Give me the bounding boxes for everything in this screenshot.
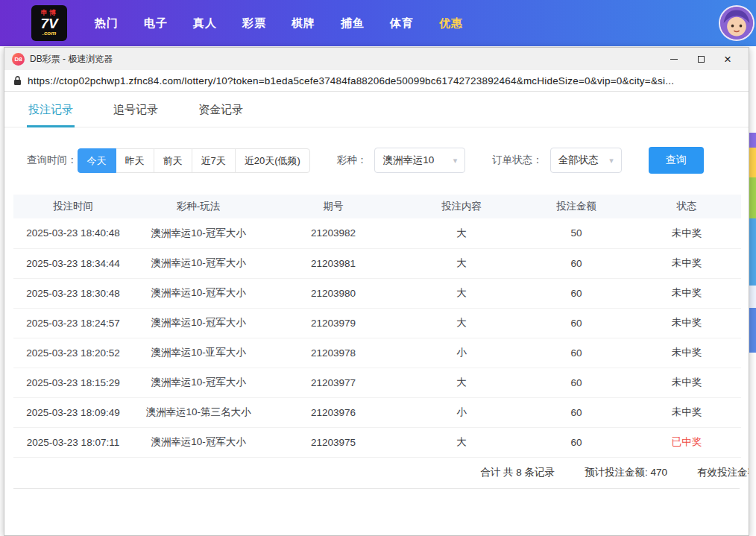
cell-bet-amount: 60 bbox=[520, 427, 632, 457]
cell-issue-number: 21203975 bbox=[264, 427, 403, 457]
close-button[interactable]: × bbox=[714, 48, 741, 70]
cell-bet-content: 大 bbox=[403, 308, 520, 338]
cell-bet-time: 2025-03-23 18:09:49 bbox=[13, 397, 133, 427]
total-records-text: 合计 共 8 条记录 bbox=[480, 466, 555, 479]
column-header: 期号 bbox=[264, 195, 403, 218]
cell-issue-number: 21203982 bbox=[264, 218, 403, 248]
cell-bet-content: 大 bbox=[403, 368, 520, 397]
record-tab[interactable]: 投注记录 bbox=[27, 92, 75, 127]
minimize-icon bbox=[670, 59, 678, 60]
nav-item[interactable]: 优惠 bbox=[426, 9, 476, 38]
logo-com-text: .com bbox=[42, 31, 57, 37]
table-row: 2025-03-23 18:15:29 澳洲幸运10-冠军大小 21203977… bbox=[13, 368, 741, 397]
order-status-select[interactable]: 全部状态 ▾ bbox=[550, 148, 622, 173]
time-range-option[interactable]: 前天 bbox=[154, 148, 192, 173]
cell-issue-number: 21203980 bbox=[264, 278, 403, 308]
cell-status: 未中奖 bbox=[632, 308, 741, 338]
query-button[interactable]: 查询 bbox=[649, 147, 704, 174]
cell-status: 已中奖 bbox=[632, 427, 741, 457]
lock-icon bbox=[13, 75, 22, 86]
cell-status: 未中奖 bbox=[632, 338, 741, 368]
window-title-bar: D8 DB彩票 - 极速浏览器 × bbox=[4, 48, 749, 70]
cell-game-play: 澳洲幸运10-冠军大小 bbox=[133, 218, 264, 248]
column-header: 状态 bbox=[632, 195, 741, 218]
cell-game-play: 澳洲幸运10-冠军大小 bbox=[133, 278, 264, 308]
summary-bar: 合计 共 8 条记录 预计投注金额: 470 有效投注金额 bbox=[13, 458, 740, 489]
window-controls: × bbox=[661, 48, 741, 70]
window-title: DB彩票 - 极速浏览器 bbox=[30, 53, 113, 66]
site-top-nav: 申博 7V .com 热门电子真人彩票棋牌捕鱼体育优惠 bbox=[0, 0, 756, 46]
cell-game-play: 澳洲幸运10-冠军大小 bbox=[133, 427, 264, 457]
time-filter-label: 查询时间： bbox=[27, 154, 78, 167]
column-header: 彩种-玩法 bbox=[133, 195, 264, 218]
avatar-illustration bbox=[720, 7, 753, 40]
site-logo[interactable]: 申博 7V .com bbox=[31, 5, 67, 41]
time-range-option[interactable]: 今天 bbox=[78, 148, 116, 173]
nav-item[interactable]: 捕鱼 bbox=[328, 9, 377, 38]
cell-status: 未中奖 bbox=[632, 248, 741, 278]
table-row: 2025-03-23 18:30:48 澳洲幸运10-冠军大小 21203980… bbox=[13, 278, 741, 308]
nav-item[interactable]: 电子 bbox=[131, 9, 180, 38]
cell-status: 未中奖 bbox=[632, 368, 741, 397]
record-tab[interactable]: 资金记录 bbox=[197, 92, 245, 127]
cell-game-play: 澳洲幸运10-第三名大小 bbox=[133, 397, 264, 427]
site-nav-menu: 热门电子真人彩票棋牌捕鱼体育优惠 bbox=[82, 9, 476, 38]
address-bar[interactable]: https://ctop02pchwp1.zfnc84.com/lottery/… bbox=[4, 70, 749, 92]
cell-bet-content: 小 bbox=[403, 338, 520, 368]
cell-issue-number: 21203977 bbox=[264, 368, 403, 397]
url-text[interactable]: https://ctop02pchwp1.zfnc84.com/lottery/… bbox=[28, 75, 674, 86]
cell-bet-time: 2025-03-23 18:30:48 bbox=[13, 278, 133, 308]
table-row: 2025-03-23 18:40:48 澳洲幸运10-冠军大小 21203982… bbox=[13, 218, 741, 248]
lottery-record-page: 投注记录追号记录资金记录 查询时间： 今天昨天前天近7天近20天(低频) 彩种：… bbox=[4, 92, 749, 489]
nav-item[interactable]: 彩票 bbox=[230, 9, 279, 38]
cell-bet-amount: 60 bbox=[520, 397, 632, 427]
cell-bet-amount: 60 bbox=[520, 278, 632, 308]
maximize-button[interactable] bbox=[687, 48, 714, 70]
valid-amount-text: 有效投注金额 bbox=[697, 466, 749, 479]
cell-game-play: 澳洲幸运10-亚军大小 bbox=[133, 338, 264, 368]
cell-bet-time: 2025-03-23 18:24:57 bbox=[13, 308, 133, 338]
cell-bet-content: 小 bbox=[403, 397, 520, 427]
cell-status: 未中奖 bbox=[632, 278, 741, 308]
column-header: 投注时间 bbox=[13, 195, 133, 218]
order-status-value: 全部状态 bbox=[558, 154, 599, 167]
minimize-button[interactable] bbox=[661, 48, 687, 70]
nav-item[interactable]: 热门 bbox=[82, 9, 131, 38]
lottery-select[interactable]: 澳洲幸运10 ▾ bbox=[374, 148, 465, 173]
cell-bet-content: 大 bbox=[403, 218, 520, 248]
user-avatar[interactable] bbox=[719, 5, 755, 41]
cell-bet-time: 2025-03-23 18:15:29 bbox=[13, 368, 133, 397]
cell-bet-amount: 50 bbox=[520, 218, 632, 248]
time-range-option[interactable]: 昨天 bbox=[116, 148, 154, 173]
table-row: 2025-03-23 18:20:52 澳洲幸运10-亚军大小 21203978… bbox=[13, 338, 741, 368]
browser-app-icon: D8 bbox=[12, 53, 25, 66]
column-header: 投注金额 bbox=[520, 195, 632, 218]
cell-game-play: 澳洲幸运10-冠军大小 bbox=[133, 368, 264, 397]
background-page-edge bbox=[749, 47, 756, 536]
nav-item[interactable]: 真人 bbox=[180, 9, 230, 38]
lottery-select-value: 澳洲幸运10 bbox=[382, 154, 434, 167]
table-row: 2025-03-23 18:24:57 澳洲幸运10-冠军大小 21203979… bbox=[13, 308, 741, 338]
table-body: 2025-03-23 18:40:48 澳洲幸运10-冠军大小 21203982… bbox=[13, 218, 741, 457]
maximize-icon bbox=[698, 56, 705, 63]
close-icon: × bbox=[724, 53, 731, 66]
lottery-filter-label: 彩种： bbox=[337, 154, 368, 167]
cell-issue-number: 21203979 bbox=[264, 308, 403, 338]
table-row: 2025-03-23 18:34:44 澳洲幸运10-冠军大小 21203981… bbox=[13, 248, 741, 278]
table-row: 2025-03-23 18:09:49 澳洲幸运10-第三名大小 2120397… bbox=[13, 397, 741, 427]
cell-issue-number: 21203976 bbox=[264, 397, 403, 427]
chevron-down-icon: ▾ bbox=[453, 156, 458, 165]
cell-status: 未中奖 bbox=[632, 397, 741, 427]
time-range-option[interactable]: 近7天 bbox=[192, 148, 236, 173]
filter-bar: 查询时间： 今天昨天前天近7天近20天(低频) 彩种： 澳洲幸运10 ▾ 订单状… bbox=[4, 147, 749, 174]
cell-bet-time: 2025-03-23 18:07:11 bbox=[13, 427, 133, 457]
nav-item[interactable]: 体育 bbox=[377, 9, 426, 38]
record-tab[interactable]: 追号记录 bbox=[112, 92, 160, 127]
column-header: 投注内容 bbox=[403, 195, 520, 218]
nav-item[interactable]: 棋牌 bbox=[279, 9, 328, 38]
chevron-down-icon: ▾ bbox=[609, 156, 614, 165]
cell-bet-content: 大 bbox=[403, 427, 520, 457]
cell-bet-amount: 60 bbox=[520, 338, 632, 368]
table-header-row: 投注时间彩种-玩法期号投注内容投注金额状态 bbox=[13, 195, 741, 218]
time-range-option[interactable]: 近20天(低频) bbox=[235, 148, 310, 173]
